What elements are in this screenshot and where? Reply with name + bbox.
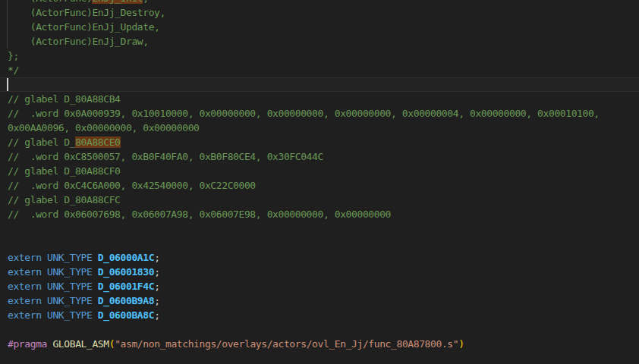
code-token: // glabel D_ (8, 136, 75, 148)
commented-actorfunc-update[interactable]: (ActorFunc)EnJj_Update, (0, 20, 639, 34)
empty-line[interactable] (0, 351, 639, 364)
extern-D_0600B9A8[interactable]: extern UNK_TYPE D_0600B9A8; (0, 293, 639, 308)
commented-actorfunc-init[interactable]: (ActorFunc)EnJj_Init, (0, 0, 639, 5)
code-token: D_06001830 (98, 266, 154, 278)
commented-actorfunc-destroy[interactable]: (ActorFunc)EnJj_Destroy, (0, 5, 639, 20)
code-token: // glabel D_80A88CFC (8, 194, 121, 206)
code-token: // .word 0xC4C6A000, 0x42540000, 0xC22C0… (8, 180, 256, 191)
code-token: D_06000A1C (98, 252, 154, 263)
word-D_80A88CE0[interactable]: // .word 0xC8500057, 0xB0F40FA0, 0xB0F80… (0, 149, 639, 164)
glabel-D_80A88CB4[interactable]: // glabel D_80A88CB4 (0, 92, 639, 106)
empty-line[interactable] (0, 221, 639, 236)
commented-actorfunc-draw[interactable]: (ActorFunc)EnJj_Draw, (0, 34, 639, 49)
word-D_80A88CB4[interactable]: // .word 0x0A000939, 0x10010000, 0x00000… (0, 106, 639, 135)
code-token: extern (8, 252, 47, 263)
code-token: UNK_TYPE (47, 295, 98, 306)
code-token: ; (154, 295, 159, 306)
search-match-highlight: EnJj_Init (92, 0, 143, 4)
code-token: "asm/non_matchings/overlays/actors/ovl_E… (115, 338, 458, 350)
code-token: D_06001F4C (98, 281, 154, 292)
code-token: (ActorFunc) (8, 0, 92, 4)
code-token: // glabel D_80A88CB4 (8, 93, 121, 105)
code-token: // .word 0x0A000939, 0x10010000, 0x00000… (8, 108, 605, 133)
code-token: extern (8, 266, 47, 278)
code-token: (ActorFunc)EnJj_Destroy, (8, 7, 165, 18)
code-token: , (143, 0, 148, 4)
search-match-highlight: 80A88CE0 (75, 136, 120, 148)
block-comment-end[interactable]: */ (0, 63, 639, 77)
code-token: #pragma (8, 338, 52, 350)
code-token: */ (8, 64, 19, 76)
code-token: ; (154, 266, 159, 278)
code-token: ; (154, 309, 159, 321)
code-token: UNK_TYPE (47, 309, 98, 321)
pragma-global-asm[interactable]: #pragma GLOBAL_ASM("asm/non_matchings/ov… (0, 337, 639, 351)
empty-line[interactable] (0, 236, 639, 250)
code-token: // .word 0xC8500057, 0xB0F40FA0, 0xB0F80… (8, 151, 323, 162)
code-token: D_0600B9A8 (98, 295, 154, 306)
glabel-D_80A88CFC[interactable]: // glabel D_80A88CFC (0, 193, 639, 207)
text-cursor (7, 78, 8, 91)
code-token: // .word 0x06007698, 0x06007A98, 0x06007… (8, 209, 391, 220)
cursor-line[interactable] (0, 77, 639, 92)
extern-D_06001830[interactable]: extern UNK_TYPE D_06001830; (0, 265, 639, 279)
code-lines: (ActorFunc)EnJj_Init, (ActorFunc)EnJj_De… (0, 0, 639, 364)
code-token: (ActorFunc)EnJj_Draw, (8, 36, 149, 47)
code-token: UNK_TYPE (47, 252, 98, 263)
word-D_80A88CF0[interactable]: // .word 0xC4C6A000, 0x42540000, 0xC22C0… (0, 178, 639, 193)
code-token: UNK_TYPE (47, 266, 98, 278)
indent-guide (7, 0, 8, 49)
code-token: GLOBAL_ASM (52, 338, 109, 350)
extern-D_06000A1C[interactable]: extern UNK_TYPE D_06000A1C; (0, 250, 639, 265)
code-token: ) (458, 338, 464, 350)
code-token: ; (154, 252, 159, 263)
code-token: }; (8, 50, 19, 61)
extern-D_06001F4C[interactable]: extern UNK_TYPE D_06001F4C; (0, 279, 639, 293)
code-token: ; (154, 281, 159, 292)
glabel-D_80A88CF0[interactable]: // glabel D_80A88CF0 (0, 164, 639, 178)
code-token: extern (8, 295, 47, 306)
code-token: extern (8, 281, 47, 292)
extern-D_0600BA8C[interactable]: extern UNK_TYPE D_0600BA8C; (0, 308, 639, 322)
code-token: D_0600BA8C (98, 309, 154, 321)
code-token: // glabel D_80A88CF0 (8, 165, 121, 177)
commented-closing-brace[interactable]: }; (0, 49, 639, 63)
code-editor[interactable]: (ActorFunc)EnJj_Init, (ActorFunc)EnJj_De… (0, 0, 639, 364)
code-token: (ActorFunc)EnJj_Update, (8, 21, 160, 33)
code-token: extern (8, 309, 47, 321)
word-D_80A88CFC[interactable]: // .word 0x06007698, 0x06007A98, 0x06007… (0, 207, 639, 221)
empty-line[interactable] (0, 322, 639, 337)
glabel-D_80A88CE0[interactable]: // glabel D_80A88CE0 (0, 135, 639, 149)
code-token: UNK_TYPE (47, 281, 98, 292)
